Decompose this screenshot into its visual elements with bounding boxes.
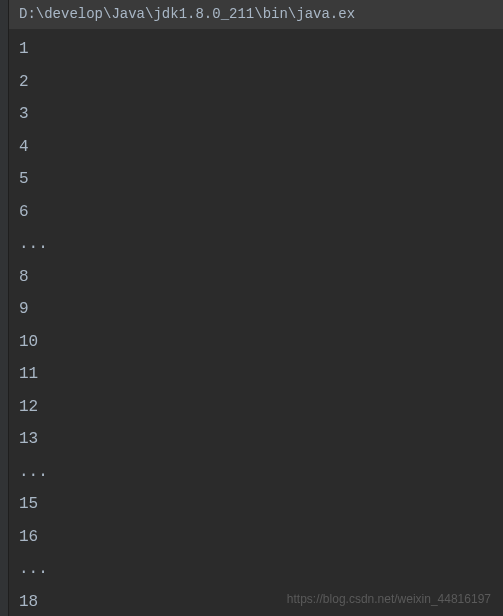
output-line: 5	[19, 163, 493, 196]
command-line: D:\develop\Java\jdk1.8.0_211\bin\java.ex	[9, 0, 503, 29]
output-line: 12	[19, 391, 493, 424]
output-line: ...	[19, 456, 493, 489]
output-area[interactable]: 1 2 3 4 5 6 ... 8 9 10 11 12 13 ... 15 1…	[9, 29, 503, 616]
output-line: 10	[19, 326, 493, 359]
output-line: 15	[19, 488, 493, 521]
output-line: ...	[19, 228, 493, 261]
output-line: 2	[19, 66, 493, 99]
left-gutter	[0, 0, 9, 616]
output-line: 3	[19, 98, 493, 131]
watermark: https://blog.csdn.net/weixin_44816197	[287, 592, 491, 606]
console-area: D:\develop\Java\jdk1.8.0_211\bin\java.ex…	[9, 0, 503, 616]
output-line: 9	[19, 293, 493, 326]
output-line: ...	[19, 553, 493, 586]
output-line: 6	[19, 196, 493, 229]
output-line: 8	[19, 261, 493, 294]
output-line: 13	[19, 423, 493, 456]
output-line: 11	[19, 358, 493, 391]
output-line: 1	[19, 33, 493, 66]
output-line: 16	[19, 521, 493, 554]
output-line: 4	[19, 131, 493, 164]
